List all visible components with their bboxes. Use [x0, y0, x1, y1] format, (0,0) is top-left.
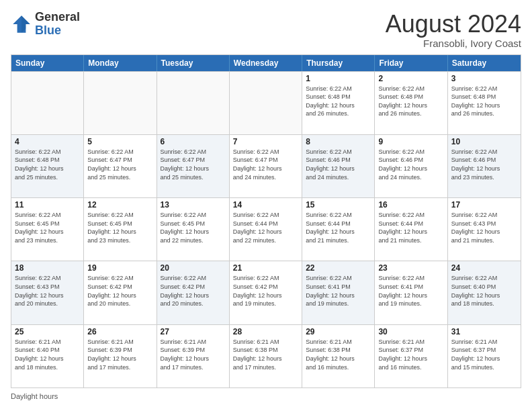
- calendar-header: SundayMondayTuesdayWednesdayThursdayFrid…: [11, 55, 521, 71]
- day-number: 19: [87, 263, 152, 273]
- day-number: 22: [306, 263, 371, 273]
- day-info: Sunrise: 6:22 AM Sunset: 6:40 PM Dayligh…: [451, 274, 517, 308]
- day-number: 2: [378, 74, 443, 83]
- calendar-cell: [157, 72, 230, 134]
- page: General Blue August 2024 Fransobli, Ivor…: [0, 0, 532, 411]
- header: General Blue August 2024 Fransobli, Ivor…: [11, 11, 521, 49]
- day-number: 6: [161, 137, 226, 146]
- day-number: 5: [87, 137, 152, 146]
- calendar-week: 18Sunrise: 6:22 AM Sunset: 6:43 PM Dayli…: [11, 261, 521, 324]
- day-number: 27: [161, 327, 226, 336]
- day-info: Sunrise: 6:22 AM Sunset: 6:45 PM Dayligh…: [161, 211, 226, 244]
- day-info: Sunrise: 6:22 AM Sunset: 6:42 PM Dayligh…: [161, 274, 226, 308]
- day-info: Sunrise: 6:22 AM Sunset: 6:48 PM Dayligh…: [378, 85, 443, 118]
- day-info: Sunrise: 6:22 AM Sunset: 6:44 PM Dayligh…: [306, 211, 371, 244]
- day-number: 17: [451, 200, 517, 210]
- day-info: Sunrise: 6:21 AM Sunset: 6:38 PM Dayligh…: [306, 338, 371, 371]
- day-info: Sunrise: 6:22 AM Sunset: 6:44 PM Dayligh…: [233, 211, 298, 244]
- day-info: Sunrise: 6:22 AM Sunset: 6:46 PM Dayligh…: [378, 148, 443, 181]
- day-number: 28: [233, 327, 298, 336]
- day-number: 12: [87, 200, 152, 210]
- calendar-cell: 13Sunrise: 6:22 AM Sunset: 6:45 PM Dayli…: [157, 198, 230, 261]
- day-info: Sunrise: 6:22 AM Sunset: 6:48 PM Dayligh…: [15, 148, 80, 181]
- calendar-cell: 21Sunrise: 6:22 AM Sunset: 6:42 PM Dayli…: [230, 261, 302, 324]
- day-number: 24: [451, 263, 517, 273]
- calendar-cell: 27Sunrise: 6:21 AM Sunset: 6:39 PM Dayli…: [157, 325, 230, 387]
- day-number: 18: [15, 263, 80, 273]
- calendar-week: 1Sunrise: 6:22 AM Sunset: 6:48 PM Daylig…: [11, 71, 521, 134]
- day-number: 30: [378, 327, 443, 336]
- svg-marker-1: [21, 15, 30, 33]
- calendar-cell: 18Sunrise: 6:22 AM Sunset: 6:43 PM Dayli…: [11, 261, 84, 324]
- day-info: Sunrise: 6:21 AM Sunset: 6:38 PM Dayligh…: [233, 338, 298, 371]
- day-number: 8: [306, 137, 371, 146]
- day-info: Sunrise: 6:22 AM Sunset: 6:42 PM Dayligh…: [87, 274, 152, 308]
- calendar-cell: 15Sunrise: 6:22 AM Sunset: 6:44 PM Dayli…: [302, 198, 375, 261]
- day-info: Sunrise: 6:22 AM Sunset: 6:41 PM Dayligh…: [306, 274, 371, 308]
- calendar-cell: 25Sunrise: 6:21 AM Sunset: 6:40 PM Dayli…: [11, 325, 84, 387]
- calendar-cell: 30Sunrise: 6:21 AM Sunset: 6:37 PM Dayli…: [375, 325, 447, 387]
- calendar-cell: 29Sunrise: 6:21 AM Sunset: 6:38 PM Dayli…: [302, 325, 375, 387]
- calendar-cell: 28Sunrise: 6:21 AM Sunset: 6:38 PM Dayli…: [230, 325, 302, 387]
- calendar-header-cell: Tuesday: [157, 55, 230, 71]
- calendar-cell: 4Sunrise: 6:22 AM Sunset: 6:48 PM Daylig…: [11, 135, 84, 197]
- calendar-cell: 10Sunrise: 6:22 AM Sunset: 6:46 PM Dayli…: [448, 135, 521, 197]
- calendar-cell: 12Sunrise: 6:22 AM Sunset: 6:45 PM Dayli…: [84, 198, 157, 261]
- day-number: 11: [15, 200, 80, 210]
- calendar-header-cell: Wednesday: [230, 55, 302, 71]
- day-info: Sunrise: 6:22 AM Sunset: 6:41 PM Dayligh…: [378, 274, 443, 308]
- calendar-header-cell: Monday: [84, 55, 157, 71]
- day-number: 7: [233, 137, 298, 146]
- day-number: 23: [378, 263, 443, 273]
- day-info: Sunrise: 6:22 AM Sunset: 6:43 PM Dayligh…: [451, 211, 517, 244]
- calendar-cell: 16Sunrise: 6:22 AM Sunset: 6:44 PM Dayli…: [375, 198, 447, 261]
- title-block: August 2024 Fransobli, Ivory Coast: [386, 11, 521, 49]
- calendar-cell: 17Sunrise: 6:22 AM Sunset: 6:43 PM Dayli…: [448, 198, 521, 261]
- day-number: 13: [161, 200, 226, 210]
- calendar-week: 4Sunrise: 6:22 AM Sunset: 6:48 PM Daylig…: [11, 134, 521, 197]
- logo-general-text: General: [35, 11, 80, 24]
- day-info: Sunrise: 6:22 AM Sunset: 6:46 PM Dayligh…: [451, 148, 517, 181]
- calendar-cell: 19Sunrise: 6:22 AM Sunset: 6:42 PM Dayli…: [84, 261, 157, 324]
- day-number: 10: [451, 137, 517, 146]
- calendar-cell: [11, 72, 84, 134]
- calendar-cell: 8Sunrise: 6:22 AM Sunset: 6:46 PM Daylig…: [302, 135, 375, 197]
- day-number: 1: [306, 74, 371, 83]
- day-number: 9: [378, 137, 443, 146]
- footer-note: Daylight hours: [11, 392, 521, 400]
- day-info: Sunrise: 6:22 AM Sunset: 6:47 PM Dayligh…: [87, 148, 152, 181]
- day-info: Sunrise: 6:22 AM Sunset: 6:48 PM Dayligh…: [451, 85, 517, 118]
- day-number: 31: [451, 327, 517, 336]
- calendar-cell: 3Sunrise: 6:22 AM Sunset: 6:48 PM Daylig…: [448, 72, 521, 134]
- calendar-cell: 31Sunrise: 6:21 AM Sunset: 6:37 PM Dayli…: [448, 325, 521, 387]
- calendar-cell: 26Sunrise: 6:21 AM Sunset: 6:39 PM Dayli…: [84, 325, 157, 387]
- day-number: 26: [87, 327, 152, 336]
- calendar-cell: 1Sunrise: 6:22 AM Sunset: 6:48 PM Daylig…: [302, 72, 375, 134]
- calendar-cell: 22Sunrise: 6:22 AM Sunset: 6:41 PM Dayli…: [302, 261, 375, 324]
- calendar-header-cell: Saturday: [448, 55, 521, 71]
- calendar-cell: [84, 72, 157, 134]
- day-info: Sunrise: 6:21 AM Sunset: 6:37 PM Dayligh…: [378, 338, 443, 371]
- day-number: 4: [15, 137, 80, 146]
- day-number: 14: [233, 200, 298, 210]
- calendar-cell: 11Sunrise: 6:22 AM Sunset: 6:45 PM Dayli…: [11, 198, 84, 261]
- calendar-cell: 23Sunrise: 6:22 AM Sunset: 6:41 PM Dayli…: [375, 261, 447, 324]
- subtitle: Fransobli, Ivory Coast: [386, 38, 521, 49]
- day-info: Sunrise: 6:21 AM Sunset: 6:37 PM Dayligh…: [451, 338, 517, 371]
- calendar-header-cell: Thursday: [302, 55, 375, 71]
- day-number: 20: [161, 263, 226, 273]
- calendar-cell: [230, 72, 302, 134]
- day-info: Sunrise: 6:22 AM Sunset: 6:43 PM Dayligh…: [15, 274, 80, 308]
- calendar-week: 11Sunrise: 6:22 AM Sunset: 6:45 PM Dayli…: [11, 197, 521, 261]
- calendar-header-cell: Sunday: [11, 55, 84, 71]
- day-info: Sunrise: 6:22 AM Sunset: 6:47 PM Dayligh…: [161, 148, 226, 181]
- calendar-cell: 6Sunrise: 6:22 AM Sunset: 6:47 PM Daylig…: [157, 135, 230, 197]
- calendar-header-cell: Friday: [375, 55, 447, 71]
- day-info: Sunrise: 6:22 AM Sunset: 6:46 PM Dayligh…: [306, 148, 371, 181]
- logo-blue-text: Blue: [35, 24, 80, 38]
- day-info: Sunrise: 6:21 AM Sunset: 6:39 PM Dayligh…: [161, 338, 226, 371]
- calendar-cell: 5Sunrise: 6:22 AM Sunset: 6:47 PM Daylig…: [84, 135, 157, 197]
- day-info: Sunrise: 6:21 AM Sunset: 6:39 PM Dayligh…: [87, 338, 152, 371]
- calendar: SundayMondayTuesdayWednesdayThursdayFrid…: [11, 54, 521, 388]
- calendar-cell: 20Sunrise: 6:22 AM Sunset: 6:42 PM Dayli…: [157, 261, 230, 324]
